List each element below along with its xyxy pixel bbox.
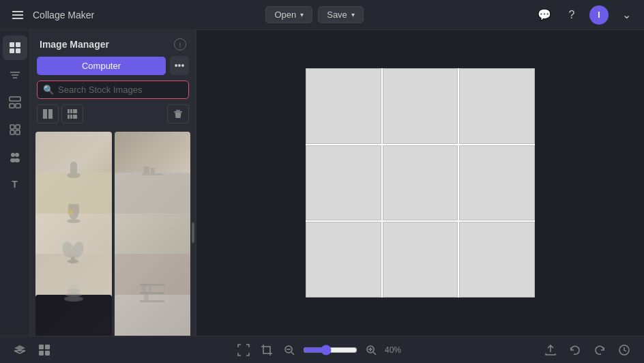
panel-controls: Computer ••• bbox=[30, 56, 196, 81]
delete-icon bbox=[173, 109, 183, 119]
people-tool[interactable] bbox=[3, 145, 27, 169]
undo-button[interactable] bbox=[566, 343, 584, 358]
svg-rect-50 bbox=[144, 294, 149, 300]
search-box: 🔍 bbox=[37, 81, 189, 99]
expand-button[interactable]: ⌄ bbox=[617, 5, 636, 25]
zoom-out-button[interactable] bbox=[281, 343, 297, 357]
grid-layout-button[interactable] bbox=[35, 343, 53, 358]
svg-rect-8 bbox=[10, 104, 14, 108]
computer-button[interactable]: Computer bbox=[37, 57, 166, 75]
svg-rect-11 bbox=[16, 125, 20, 129]
more-icon: ••• bbox=[175, 60, 185, 71]
main-area: T Image Manager i Computer ••• 🔍 bbox=[0, 30, 644, 336]
images-tool[interactable] bbox=[3, 35, 27, 60]
svg-rect-0 bbox=[10, 42, 14, 47]
svg-rect-7 bbox=[10, 97, 20, 101]
hamburger-icon bbox=[12, 11, 23, 19]
svg-rect-55 bbox=[39, 351, 44, 355]
svg-rect-13 bbox=[16, 130, 20, 134]
svg-rect-49 bbox=[149, 286, 151, 292]
zoom-in-button[interactable] bbox=[363, 343, 379, 357]
svg-rect-45 bbox=[140, 284, 164, 286]
svg-rect-23 bbox=[75, 109, 77, 113]
text-tool[interactable]: T bbox=[3, 172, 27, 197]
save-arrow-icon: ▾ bbox=[351, 11, 355, 18]
more-button[interactable]: ••• bbox=[170, 56, 189, 75]
canvas-area[interactable] bbox=[196, 30, 644, 336]
svg-rect-56 bbox=[45, 351, 50, 355]
svg-rect-34 bbox=[151, 168, 155, 173]
image-grid bbox=[30, 129, 196, 336]
menu-button[interactable] bbox=[8, 5, 27, 25]
redo-icon bbox=[594, 344, 606, 356]
svg-rect-28 bbox=[174, 111, 182, 113]
svg-point-44 bbox=[68, 285, 79, 289]
svg-point-41 bbox=[64, 296, 83, 302]
history-button[interactable] bbox=[615, 343, 633, 358]
svg-rect-53 bbox=[39, 345, 44, 349]
topbar-center: Open ▾ Save ▾ bbox=[265, 6, 363, 23]
svg-rect-29 bbox=[176, 110, 180, 111]
search-input[interactable] bbox=[58, 85, 183, 95]
collage-cell[interactable] bbox=[459, 68, 535, 144]
view-2col-button[interactable] bbox=[37, 104, 59, 124]
collage-cell[interactable] bbox=[459, 145, 535, 221]
open-button[interactable]: Open ▾ bbox=[265, 6, 312, 23]
svg-point-35 bbox=[67, 219, 80, 223]
bottom-left bbox=[11, 343, 53, 358]
svg-point-43 bbox=[67, 289, 80, 293]
layers-button[interactable] bbox=[11, 343, 29, 358]
svg-rect-22 bbox=[73, 109, 75, 113]
redo-button[interactable] bbox=[591, 343, 609, 358]
chat-button[interactable]: 💬 bbox=[535, 5, 554, 25]
svg-rect-2 bbox=[10, 48, 14, 53]
collage-cell[interactable] bbox=[383, 145, 458, 221]
thumb-vase-icon bbox=[63, 197, 84, 224]
zoom-value: 40% bbox=[385, 345, 409, 355]
delete-button[interactable] bbox=[167, 104, 189, 124]
svg-rect-48 bbox=[142, 286, 146, 292]
zoom-slider[interactable] bbox=[303, 345, 357, 355]
collage-cell[interactable] bbox=[459, 222, 535, 297]
elements-tool[interactable] bbox=[3, 117, 27, 142]
avatar[interactable]: I bbox=[589, 5, 609, 25]
thumb-plant-icon bbox=[61, 237, 85, 265]
open-arrow-icon: ▾ bbox=[300, 11, 304, 18]
svg-point-42 bbox=[65, 293, 82, 297]
save-label: Save bbox=[327, 10, 347, 20]
fit-screen-button[interactable] bbox=[235, 343, 252, 358]
open-label: Open bbox=[274, 10, 296, 20]
save-button[interactable]: Save ▾ bbox=[318, 6, 364, 23]
left-toolbar: T bbox=[0, 30, 30, 336]
svg-rect-12 bbox=[10, 130, 14, 134]
grid2-icon bbox=[43, 109, 53, 119]
collage-cell[interactable] bbox=[306, 222, 381, 297]
svg-rect-21 bbox=[70, 109, 72, 113]
filter-tool[interactable] bbox=[3, 63, 27, 87]
svg-line-63 bbox=[373, 352, 376, 355]
collage-cell[interactable] bbox=[383, 68, 458, 144]
crop-button[interactable] bbox=[258, 343, 276, 358]
svg-rect-3 bbox=[16, 48, 20, 53]
people-icon bbox=[9, 151, 21, 163]
collage-cell[interactable] bbox=[383, 222, 458, 297]
svg-marker-52 bbox=[14, 351, 25, 353]
svg-marker-51 bbox=[14, 345, 25, 351]
svg-rect-31 bbox=[70, 162, 77, 175]
topbar-left: Collage Maker bbox=[8, 5, 94, 25]
svg-point-17 bbox=[14, 158, 20, 162]
crop-icon bbox=[261, 344, 273, 356]
help-button[interactable]: ? bbox=[562, 5, 581, 25]
layout-tool[interactable] bbox=[3, 90, 27, 115]
share-button[interactable] bbox=[542, 343, 559, 358]
layers-icon bbox=[14, 344, 26, 356]
svg-rect-19 bbox=[48, 109, 53, 119]
collage-grid bbox=[306, 68, 535, 297]
svg-rect-1 bbox=[16, 42, 20, 47]
svg-point-36 bbox=[68, 209, 73, 215]
info-icon[interactable]: i bbox=[174, 38, 186, 50]
view-4col-button[interactable] bbox=[61, 104, 83, 124]
svg-rect-25 bbox=[70, 115, 72, 119]
collage-cell[interactable] bbox=[306, 145, 381, 221]
collage-cell[interactable] bbox=[306, 68, 381, 144]
